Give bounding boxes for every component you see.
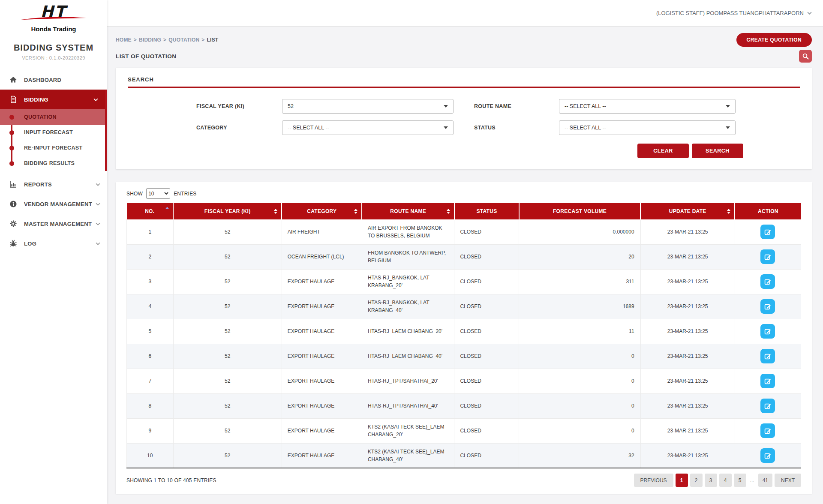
sidebar-item-label: MASTER MANAGEMENT	[24, 221, 92, 227]
edit-pencil-icon	[764, 253, 772, 261]
user-menu[interactable]: (LOGISTIC STAFF) POOMPASS TUANGPHATTARAP…	[656, 10, 804, 16]
edit-button[interactable]	[760, 374, 775, 388]
logo-caption: Honda Trading	[0, 25, 107, 33]
sidebar-subitem-label: BIDDING RESULTS	[24, 160, 75, 166]
table-row: 4 52 EXPORT HAULAGE HTAS-RJ_BANGKOK, LAT…	[127, 294, 801, 319]
breadcrumb-bidding[interactable]: BIDDING	[139, 37, 161, 43]
sort-asc-icon	[165, 207, 169, 209]
bullet-dot-icon	[9, 161, 14, 166]
pagination-ellipsis: ...	[750, 477, 754, 483]
col-header-route-name[interactable]: ROUTE NAME	[362, 203, 454, 219]
status-select[interactable]: -- SELECT ALL --	[559, 120, 736, 135]
sidebar-item-reports[interactable]: REPORTS	[0, 174, 107, 194]
fiscal-year-value: 52	[288, 103, 294, 109]
last-page-button[interactable]: 41	[758, 474, 772, 487]
table-row: 7 52 EXPORT HAULAGE HTAS-RJ_TPT/SAHATHAI…	[127, 369, 801, 393]
breadcrumb-separator: >	[134, 37, 137, 43]
app-title: BIDDING SYSTEM	[0, 43, 107, 53]
sidebar-item-master-management[interactable]: MASTER MANAGEMENT	[0, 214, 107, 234]
info-icon	[9, 200, 17, 208]
sidebar-subitem-label: QUOTATION	[24, 114, 57, 120]
col-header-no[interactable]: NO.	[127, 203, 174, 219]
sidebar-item-re-input-forecast[interactable]: RE-INPUT FORECAST	[0, 140, 105, 156]
file-icon	[9, 96, 17, 103]
sidebar-item-input-forecast[interactable]: INPUT FORECAST	[0, 125, 105, 140]
sidebar-item-dashboard[interactable]: DASHBOARD	[0, 70, 107, 90]
edit-button[interactable]	[760, 349, 775, 363]
content: HOME>BIDDING>QUOTATION>LIST CREATE QUOTA…	[107, 27, 823, 504]
sidebar-item-label: REPORTS	[24, 181, 52, 188]
main-area: (LOGISTIC STAFF) POOMPASS TUANGPHATTARAP…	[107, 0, 823, 504]
search-toggle-button[interactable]	[799, 50, 812, 63]
next-page-button[interactable]: NEXT	[775, 474, 801, 487]
bullet-dot-icon	[9, 130, 14, 135]
route-name-label: ROUTE NAME	[474, 103, 559, 109]
sidebar-subitem-label: RE-INPUT FORECAST	[24, 145, 82, 151]
sidebar-subitem-label: INPUT FORECAST	[24, 129, 73, 135]
sidebar-nav: DASHBOARD BIDDING QUOTATION	[0, 70, 107, 253]
sidebar-item-vendor-management[interactable]: VENDOR MANAGEMENT	[0, 194, 107, 214]
page-button-2[interactable]: 2	[690, 474, 703, 487]
search-icon	[802, 53, 809, 60]
category-select[interactable]: -- SELECT ALL --	[282, 120, 454, 135]
select-caret-icon	[444, 105, 448, 108]
table-header-row: NO. FISCAL YEAR (KI) CATEGORY ROUTE NAME…	[127, 203, 801, 219]
sidebar-item-label: BIDDING	[24, 96, 48, 103]
honda-trading-logo: HT Honda Trading	[0, 0, 107, 33]
sidebar: HT Honda Trading BIDDING SYSTEM VERSION …	[0, 0, 107, 504]
bullet-dot-icon	[9, 115, 14, 120]
sidebar-item-quotation[interactable]: QUOTATION	[0, 109, 105, 125]
chevron-down-icon	[96, 222, 100, 225]
edit-pencil-icon	[764, 427, 772, 435]
category-value: -- SELECT ALL --	[288, 125, 329, 131]
edit-button[interactable]	[760, 448, 775, 463]
table-row: 9 52 EXPORT HAULAGE KTS2 (KASAI TECK SEE…	[127, 418, 801, 443]
fiscal-year-select[interactable]: 52	[282, 99, 454, 114]
gear-icon	[9, 220, 17, 228]
edit-pencil-icon	[764, 278, 772, 285]
breadcrumb-home[interactable]: HOME	[116, 37, 132, 43]
sidebar-item-log[interactable]: LOG	[0, 234, 107, 253]
clear-button[interactable]: CLEAR	[637, 144, 689, 158]
page-button-4[interactable]: 4	[719, 474, 732, 487]
sort-icon	[354, 209, 357, 214]
bug-icon	[9, 240, 17, 247]
breadcrumb-quotation[interactable]: QUOTATION	[168, 37, 199, 43]
col-header-update-date[interactable]: UPDATE DATE	[640, 203, 735, 219]
edit-button[interactable]	[760, 423, 775, 438]
page-size-select[interactable]: 10	[146, 188, 170, 199]
bullet-dot-icon	[9, 146, 14, 150]
sidebar-item-bidding[interactable]: BIDDING	[0, 90, 105, 109]
edit-button[interactable]	[760, 399, 775, 413]
col-header-fiscal-year[interactable]: FISCAL YEAR (KI)	[173, 203, 282, 219]
col-header-category[interactable]: CATEGORY	[282, 203, 362, 219]
search-button[interactable]: SEARCH	[692, 144, 743, 158]
edit-pencil-icon	[764, 303, 772, 310]
sidebar-item-label: VENDOR MANAGEMENT	[24, 201, 92, 207]
route-name-select[interactable]: -- SELECT ALL --	[559, 99, 736, 114]
edit-button[interactable]	[760, 249, 775, 264]
search-panel-title: SEARCH	[128, 76, 800, 88]
page-button-1[interactable]: 1	[676, 474, 688, 487]
edit-button[interactable]	[760, 324, 775, 339]
edit-pencil-icon	[764, 377, 772, 385]
page-button-5[interactable]: 5	[734, 474, 746, 487]
bar-chart-icon	[9, 180, 17, 188]
edit-button[interactable]	[760, 225, 775, 239]
edit-button[interactable]	[760, 299, 775, 314]
edit-pencil-icon	[764, 352, 772, 360]
table-row: 8 52 EXPORT HAULAGE HTAS-RJ_TPT/SAHATHAI…	[127, 393, 801, 418]
create-quotation-button[interactable]: CREATE QUOTATION	[736, 33, 812, 47]
breadcrumb-separator: >	[163, 37, 166, 43]
user-chevron-down-icon[interactable]	[807, 12, 812, 15]
table-row: 3 52 EXPORT HAULAGE HTAS-RJ_BANGKOK, LAT…	[127, 269, 801, 294]
edit-button[interactable]	[760, 274, 775, 289]
table-row: 6 52 EXPORT HAULAGE HTAS-RJ_LAEM CHABANG…	[127, 344, 801, 369]
previous-page-button[interactable]: PREVIOUS	[634, 474, 673, 487]
show-label: SHOW	[126, 191, 143, 197]
page-button-3[interactable]: 3	[705, 474, 717, 487]
chevron-down-icon	[96, 242, 100, 245]
sort-icon	[447, 209, 450, 214]
sidebar-item-bidding-results[interactable]: BIDDING RESULTS	[0, 156, 105, 171]
status-label: STATUS	[474, 125, 559, 131]
